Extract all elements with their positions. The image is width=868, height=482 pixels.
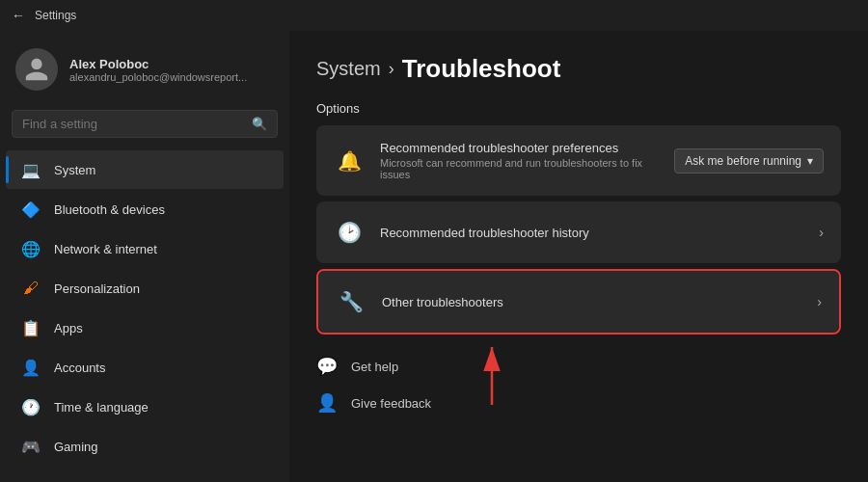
search-box[interactable]: 🔍 bbox=[12, 110, 278, 138]
card-icon-recommended-prefs: 🔔 bbox=[334, 146, 365, 176]
breadcrumb-separator: › bbox=[389, 59, 394, 79]
avatar bbox=[15, 48, 58, 91]
chevron-icon-troubleshooter-history: › bbox=[819, 225, 824, 240]
apps-icon: 📋 bbox=[21, 318, 41, 337]
card-desc-recommended-prefs: Microsoft can recommend and run troubles… bbox=[380, 157, 659, 180]
back-button[interactable]: ← bbox=[12, 8, 25, 23]
sidebar-label-accounts: Accounts bbox=[54, 361, 105, 375]
content-area: System › Troubleshoot Options 🔔 Recommen… bbox=[289, 31, 868, 482]
dropdown-recommended-prefs[interactable]: Ask me before running ▾ bbox=[674, 148, 824, 174]
dropdown-chevron-icon: ▾ bbox=[807, 154, 813, 168]
user-name: Alex Poloboc bbox=[69, 57, 247, 71]
card-text-troubleshooter-history: Recommended troubleshooter history bbox=[380, 226, 803, 240]
sidebar-label-personalization: Personalization bbox=[54, 281, 140, 296]
user-email: alexandru_poloboc@windowsreport... bbox=[69, 71, 247, 83]
card-title-other-troubleshooters: Other troubleshooters bbox=[382, 295, 801, 309]
chevron-icon-other-troubleshooters: › bbox=[817, 294, 822, 309]
search-icon: 🔍 bbox=[252, 117, 267, 131]
card-text-recommended-prefs: Recommended troubleshooter preferences M… bbox=[380, 141, 659, 180]
card-text-other-troubleshooters: Other troubleshooters bbox=[382, 295, 801, 309]
card-recommended-prefs: 🔔 Recommended troubleshooter preferences… bbox=[316, 125, 841, 196]
sidebar-item-personalization[interactable]: 🖌 Personalization bbox=[6, 269, 284, 308]
nav-list: 💻 System 🔷 Bluetooth & devices 🌐 Network… bbox=[0, 149, 289, 467]
bottom-links: 💬 Get help 👤 Give feedback bbox=[316, 348, 841, 421]
personalization-icon: 🖌 bbox=[21, 279, 41, 298]
card-other-troubleshooters: 🔧 Other troubleshooters › bbox=[316, 269, 841, 335]
card-title-recommended-prefs: Recommended troubleshooter preferences bbox=[380, 141, 659, 155]
sidebar-label-system: System bbox=[54, 163, 95, 177]
bottom-link-label-get-help: Get help bbox=[351, 360, 398, 374]
user-profile[interactable]: Alex Poloboc alexandru_poloboc@windowsre… bbox=[0, 31, 289, 104]
sidebar-label-gaming: Gaming bbox=[54, 440, 98, 454]
breadcrumb-parent: System bbox=[316, 58, 381, 80]
bottom-link-label-give-feedback: Give feedback bbox=[351, 396, 431, 411]
sidebar-label-bluetooth: Bluetooth & devices bbox=[54, 202, 165, 217]
user-info: Alex Poloboc alexandru_poloboc@windowsre… bbox=[69, 57, 247, 83]
search-input[interactable] bbox=[22, 117, 244, 131]
get-help-icon: 💬 bbox=[316, 356, 338, 377]
card-row-other-troubleshooters[interactable]: 🔧 Other troubleshooters › bbox=[318, 271, 839, 333]
section-label: Options bbox=[316, 101, 841, 116]
card-action-recommended-prefs: Ask me before running ▾ bbox=[674, 148, 824, 174]
sidebar-item-time[interactable]: 🕐 Time & language bbox=[6, 388, 284, 426]
avatar-icon bbox=[23, 56, 50, 83]
bottom-link-give-feedback[interactable]: 👤 Give feedback bbox=[316, 385, 841, 421]
sidebar-label-time: Time & language bbox=[54, 400, 149, 415]
card-troubleshooter-history: 🕑 Recommended troubleshooter history › bbox=[316, 201, 841, 263]
card-row-troubleshooter-history[interactable]: 🕑 Recommended troubleshooter history › bbox=[316, 201, 841, 263]
network-icon: 🌐 bbox=[21, 239, 41, 258]
card-icon-other-troubleshooters: 🔧 bbox=[336, 286, 366, 317]
card-row-recommended-prefs[interactable]: 🔔 Recommended troubleshooter preferences… bbox=[316, 125, 841, 196]
sidebar-item-gaming[interactable]: 🎮 Gaming bbox=[6, 427, 284, 466]
search-container: 🔍 bbox=[0, 104, 289, 149]
card-icon-troubleshooter-history: 🕑 bbox=[334, 217, 365, 248]
gaming-icon: 🎮 bbox=[21, 437, 41, 456]
sidebar-item-bluetooth[interactable]: 🔷 Bluetooth & devices bbox=[6, 190, 284, 228]
cards-container: 🔔 Recommended troubleshooter preferences… bbox=[316, 125, 841, 335]
sidebar-item-system[interactable]: 💻 System bbox=[6, 150, 284, 189]
sidebar-item-apps[interactable]: 📋 Apps bbox=[6, 308, 284, 347]
sidebar: Alex Poloboc alexandru_poloboc@windowsre… bbox=[0, 31, 289, 482]
sidebar-label-apps: Apps bbox=[54, 321, 83, 335]
sidebar-label-network: Network & internet bbox=[54, 242, 157, 256]
give-feedback-icon: 👤 bbox=[316, 392, 338, 414]
accounts-icon: 👤 bbox=[21, 358, 41, 377]
bluetooth-icon: 🔷 bbox=[21, 200, 41, 219]
system-icon: 💻 bbox=[21, 160, 41, 179]
card-title-troubleshooter-history: Recommended troubleshooter history bbox=[380, 226, 803, 240]
bottom-link-get-help[interactable]: 💬 Get help bbox=[316, 348, 841, 385]
title-bar: ← Settings bbox=[0, 0, 868, 31]
breadcrumb-current: Troubleshoot bbox=[402, 54, 561, 84]
dropdown-label-recommended-prefs: Ask me before running bbox=[685, 154, 801, 168]
sidebar-item-network[interactable]: 🌐 Network & internet bbox=[6, 229, 284, 268]
breadcrumb: System › Troubleshoot bbox=[316, 54, 841, 84]
title-bar-label: Settings bbox=[35, 9, 76, 22]
time-icon: 🕐 bbox=[21, 397, 41, 416]
sidebar-item-accounts[interactable]: 👤 Accounts bbox=[6, 348, 284, 387]
main-layout: Alex Poloboc alexandru_poloboc@windowsre… bbox=[0, 31, 868, 482]
